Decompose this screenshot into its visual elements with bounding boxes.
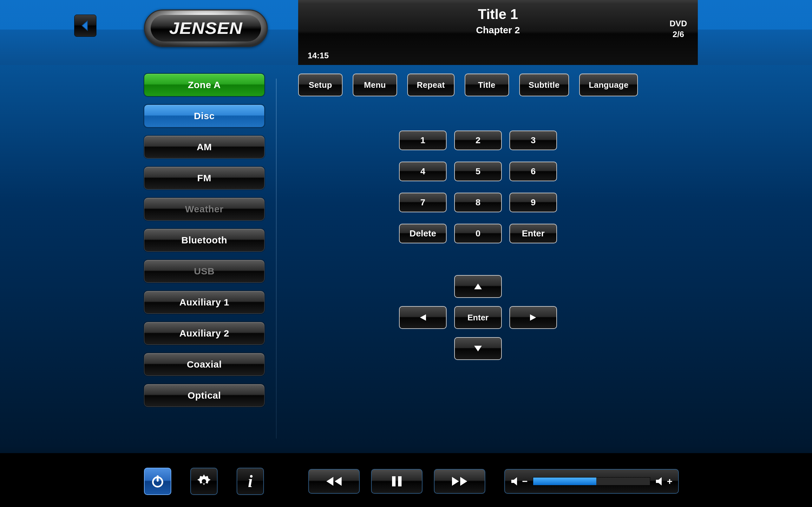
source-weather[interactable]: Weather	[144, 198, 264, 221]
svg-point-8	[202, 479, 206, 484]
media-title: Title 1	[308, 6, 688, 22]
back-button[interactable]	[74, 14, 96, 37]
svg-marker-1	[474, 284, 482, 289]
key-8[interactable]: 8	[454, 193, 502, 212]
source-fm[interactable]: FM	[144, 167, 264, 189]
key-3[interactable]: 3	[509, 130, 557, 150]
key-enter[interactable]: Enter	[509, 224, 557, 243]
dpad-down[interactable]	[454, 337, 502, 360]
volume-slider[interactable]	[533, 477, 651, 486]
media-meta: DVD 2/6	[670, 18, 687, 40]
source-aux2[interactable]: Auxiliary 2	[144, 322, 264, 345]
pause-button[interactable]	[371, 469, 422, 494]
dpad-enter[interactable]: Enter	[454, 306, 502, 329]
key-label: 9	[531, 198, 536, 208]
subtitle-button[interactable]: Subtitle	[519, 73, 569, 96]
source-disc[interactable]: Disc	[144, 105, 264, 127]
power-button[interactable]	[144, 468, 171, 495]
svg-marker-4	[474, 346, 482, 351]
source-label: Bluetooth	[182, 235, 227, 245]
source-bluetooth[interactable]: Bluetooth	[144, 229, 264, 251]
key-label: 5	[475, 166, 480, 176]
footer-bar: i	[0, 453, 812, 507]
btn-label: Menu	[364, 80, 386, 90]
source-usb[interactable]: USB	[144, 260, 264, 283]
volume-up-button[interactable]: +	[655, 476, 672, 487]
source-label: Optical	[188, 390, 221, 401]
key-delete[interactable]: Delete	[399, 224, 447, 243]
source-am[interactable]: AM	[144, 135, 264, 158]
settings-button[interactable]	[190, 468, 217, 495]
app-root: JENSEN Title 1 Chapter 2 DVD 2/6 14:15 Z…	[0, 0, 812, 507]
dpad-up[interactable]	[454, 275, 502, 298]
svg-rect-12	[398, 476, 402, 487]
key-2[interactable]: 2	[454, 130, 502, 150]
language-button[interactable]: Language	[579, 73, 638, 96]
key-9[interactable]: 9	[509, 193, 557, 212]
source-label: FM	[197, 173, 211, 183]
source-coaxial[interactable]: Coaxial	[144, 353, 264, 376]
gear-icon	[196, 473, 212, 489]
key-label: 1	[420, 135, 425, 146]
source-label: Auxiliary 1	[179, 297, 229, 308]
info-button[interactable]: i	[237, 468, 264, 495]
source-label: Coaxial	[187, 359, 222, 370]
source-aux1[interactable]: Auxiliary 1	[144, 291, 264, 314]
fast-forward-button[interactable]	[434, 469, 485, 494]
btn-label: Language	[589, 80, 628, 90]
info-icon: i	[248, 471, 252, 491]
menu-button[interactable]: Menu	[353, 73, 397, 96]
content-panel: Setup Menu Repeat Title Subtitle Languag…	[298, 73, 803, 360]
svg-marker-14	[460, 477, 467, 486]
minus-icon: −	[522, 476, 528, 487]
key-4[interactable]: 4	[399, 162, 447, 181]
key-label: 0	[475, 228, 480, 239]
btn-label: Repeat	[417, 80, 445, 90]
key-1[interactable]: 1	[399, 130, 447, 150]
source-optical[interactable]: Optical	[144, 384, 264, 407]
source-label: AM	[197, 142, 212, 153]
btn-label: Enter	[467, 313, 489, 323]
media-chapter: Chapter 2	[308, 25, 688, 36]
dpad-left[interactable]	[399, 306, 447, 329]
svg-marker-2	[420, 314, 426, 321]
zone-button[interactable]: Zone A	[144, 73, 264, 96]
key-label: 3	[531, 135, 536, 146]
svg-marker-16	[656, 477, 662, 486]
source-label: Disc	[194, 111, 214, 121]
svg-marker-9	[326, 477, 334, 486]
key-0[interactable]: 0	[454, 224, 502, 243]
rewind-icon	[325, 476, 343, 487]
key-5[interactable]: 5	[454, 162, 502, 181]
arrow-down-icon	[473, 345, 483, 352]
media-type: DVD	[670, 18, 687, 29]
transport-controls	[308, 469, 485, 494]
pause-icon	[392, 475, 402, 487]
speaker-icon	[511, 476, 520, 486]
header-bar: JENSEN Title 1 Chapter 2 DVD 2/6 14:15	[0, 0, 812, 65]
setup-button[interactable]: Setup	[298, 73, 343, 96]
plus-icon: +	[667, 476, 672, 487]
power-icon	[150, 474, 165, 489]
btn-label: Title	[478, 80, 495, 90]
volume-down-button[interactable]: −	[511, 476, 528, 487]
arrow-left-icon	[419, 314, 426, 321]
svg-marker-10	[335, 477, 342, 486]
now-playing-display: Title 1 Chapter 2 DVD 2/6 14:15	[298, 0, 698, 65]
key-7[interactable]: 7	[399, 193, 447, 212]
key-6[interactable]: 6	[509, 162, 557, 181]
rewind-button[interactable]	[308, 469, 360, 494]
brand-logo: JENSEN	[144, 9, 268, 47]
dpad-right[interactable]	[509, 306, 557, 329]
title-button[interactable]: Title	[465, 73, 509, 96]
chevron-left-icon	[79, 20, 91, 32]
key-label: Enter	[522, 228, 545, 239]
svg-marker-3	[530, 314, 536, 321]
svg-marker-13	[452, 477, 459, 486]
source-label: Auxiliary 2	[179, 328, 229, 339]
media-position: 2/6	[670, 29, 687, 40]
arrow-up-icon	[473, 283, 483, 290]
source-sidebar: Zone A Disc AM FM Weather Bluetooth USB …	[144, 73, 271, 415]
repeat-button[interactable]: Repeat	[407, 73, 455, 96]
svg-marker-0	[82, 21, 88, 31]
